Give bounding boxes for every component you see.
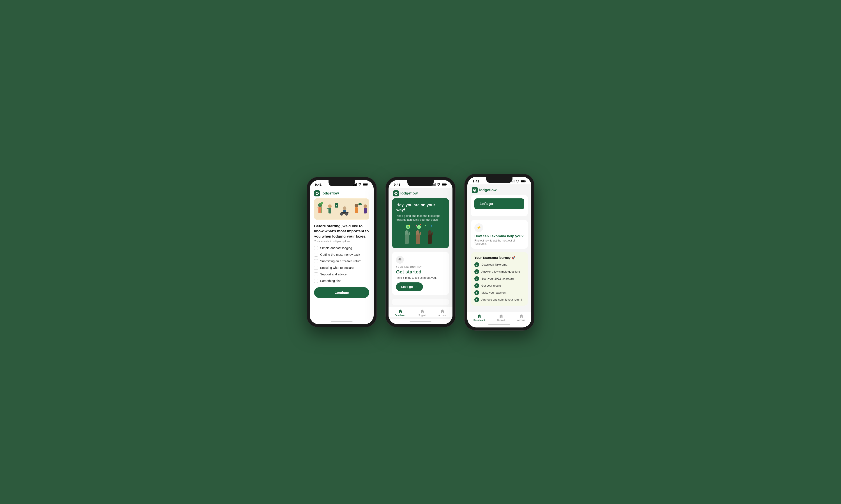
bottom-card-peek	[392, 299, 449, 305]
nav-dashboard-3[interactable]: Dashboard	[474, 314, 485, 321]
phone-1: 9:41	[307, 177, 377, 327]
checkbox-item-1[interactable]: Simple and fast lodging	[314, 246, 369, 250]
svg-text:$: $	[418, 227, 419, 229]
help-section: ⚡ How can Taxorama help you? Find out ho…	[471, 220, 528, 249]
checkbox-simple[interactable]	[314, 246, 318, 250]
logo-text-3: lodgeflow	[479, 188, 497, 192]
checkbox-other[interactable]	[314, 279, 318, 283]
checkbox-item-4[interactable]: Knowing what to declare	[314, 266, 369, 270]
lets-go-card: Let's go →	[471, 195, 528, 216]
logo-icon-1	[314, 190, 320, 196]
svg-rect-31	[434, 184, 434, 186]
support-icon-2	[420, 309, 425, 314]
checkbox-label-1: Simple and fast lodging	[320, 246, 352, 250]
battery-icon-2	[442, 183, 447, 186]
svg-rect-58	[425, 224, 426, 226]
hands-illustration: $	[396, 224, 445, 244]
phone-3: 9:41	[464, 174, 534, 330]
app-header-1: lodgeflow	[310, 188, 374, 198]
journey-step-4: 4 Get your results	[474, 283, 524, 288]
svg-point-23	[355, 204, 358, 207]
svg-rect-38	[407, 230, 409, 235]
svg-rect-32	[435, 183, 435, 186]
phone1-content: $ $	[310, 198, 374, 302]
status-time-1: 9:41	[315, 183, 322, 186]
checkbox-list: Simple and fast lodging Getting the most…	[314, 246, 369, 283]
svg-rect-64	[514, 180, 514, 182]
help-desc: Find out how to get the most out of Taxo…	[474, 239, 524, 245]
wifi-icon-2	[437, 183, 441, 186]
journey-title: Get started	[396, 269, 445, 275]
home-indicator-2	[389, 319, 452, 324]
logo-text-1: lodgeflow	[322, 191, 339, 196]
svg-text:$: $	[336, 204, 337, 206]
journey-step-5: 5 Make your payment	[474, 290, 524, 295]
step-badge-1: 1	[474, 262, 479, 267]
checkbox-item-2[interactable]: Getting the most money back	[314, 253, 369, 257]
journey-steps: 1 Download Taxorama 2 Answer a few simpl…	[474, 262, 524, 302]
phones-container: 9:41	[307, 174, 534, 330]
battery-icon	[363, 183, 368, 186]
step-text-6: Approve and submit your return!	[481, 298, 522, 301]
svg-rect-28	[364, 208, 367, 213]
svg-rect-39	[409, 232, 410, 235]
checkbox-declare[interactable]	[314, 266, 318, 270]
journey-progress-title: Your Taxorama journey 🚀	[474, 256, 524, 260]
home-bar-2	[410, 321, 431, 322]
svg-rect-53	[432, 232, 433, 235]
checkbox-support[interactable]	[314, 272, 318, 276]
svg-text:$: $	[407, 226, 409, 228]
home-icon-3	[477, 314, 482, 319]
checkbox-item-6[interactable]: Something else	[314, 279, 369, 283]
checkbox-money[interactable]	[314, 253, 318, 257]
notch-2	[407, 180, 434, 186]
svg-rect-51	[429, 230, 430, 234]
hero-illustration: $ $	[314, 198, 369, 220]
logo-symbol-3	[473, 188, 477, 192]
svg-point-56	[431, 225, 432, 227]
checkbox-item-3[interactable]: Submitting an error-free return	[314, 259, 369, 263]
step-badge-5: 5	[474, 290, 479, 295]
nav-support-2[interactable]: Support	[418, 309, 426, 317]
nav-account-3[interactable]: Account	[517, 314, 525, 321]
green-card-title: Hey, you are on your way!	[396, 202, 445, 213]
nav-label-dashboard-2: Dashboard	[395, 314, 406, 317]
checkbox-item-5[interactable]: Support and advice	[314, 272, 369, 276]
svg-rect-66	[521, 180, 525, 182]
journey-label: YOUR TAX JOURNEY	[396, 266, 445, 268]
nav-label-dashboard-3: Dashboard	[474, 319, 485, 321]
battery-icon-3	[520, 180, 526, 182]
svg-rect-30	[433, 184, 434, 186]
app-header-3: lodgeflow	[467, 184, 531, 195]
svg-rect-50	[428, 231, 429, 235]
step-badge-4: 4	[474, 283, 479, 288]
phone1-subtitle: You can select multiple options	[314, 240, 369, 243]
nav-label-support-3: Support	[497, 319, 505, 321]
nav-support-3[interactable]: Support	[497, 314, 505, 321]
nav-dashboard-2[interactable]: Dashboard	[395, 309, 406, 317]
logo-text-2: lodgeflow	[400, 191, 418, 196]
home-icon-2	[398, 309, 403, 314]
notch-1	[328, 180, 355, 186]
lets-go-wide-button[interactable]: Let's go →	[474, 198, 524, 209]
checkbox-error-free[interactable]	[314, 259, 318, 263]
status-time-2: 9:41	[394, 183, 400, 186]
hero-svg: $ $	[314, 198, 369, 220]
screen-3: lodgeflow Let's go → ⚡	[467, 184, 531, 322]
status-icons-2	[432, 183, 447, 186]
continue-button[interactable]: Continue	[314, 287, 369, 298]
nav-account-2[interactable]: Account	[439, 309, 446, 317]
status-icons-1	[353, 183, 368, 186]
lets-go-button-2[interactable]: Let's go →	[396, 283, 423, 291]
svg-rect-36	[405, 231, 406, 235]
journey-step-3: 3 Start your 2022 tax return	[474, 276, 524, 281]
svg-point-12	[321, 202, 324, 204]
support-icon-3	[499, 314, 503, 319]
help-title: How can Taxorama help you?	[474, 234, 524, 238]
svg-point-54	[409, 224, 410, 226]
home-indicator-1	[310, 319, 374, 324]
svg-text:$: $	[360, 203, 360, 205]
nav-label-support-2: Support	[418, 314, 426, 317]
wifi-icon	[358, 183, 362, 186]
step-badge-6: 6	[474, 297, 479, 302]
